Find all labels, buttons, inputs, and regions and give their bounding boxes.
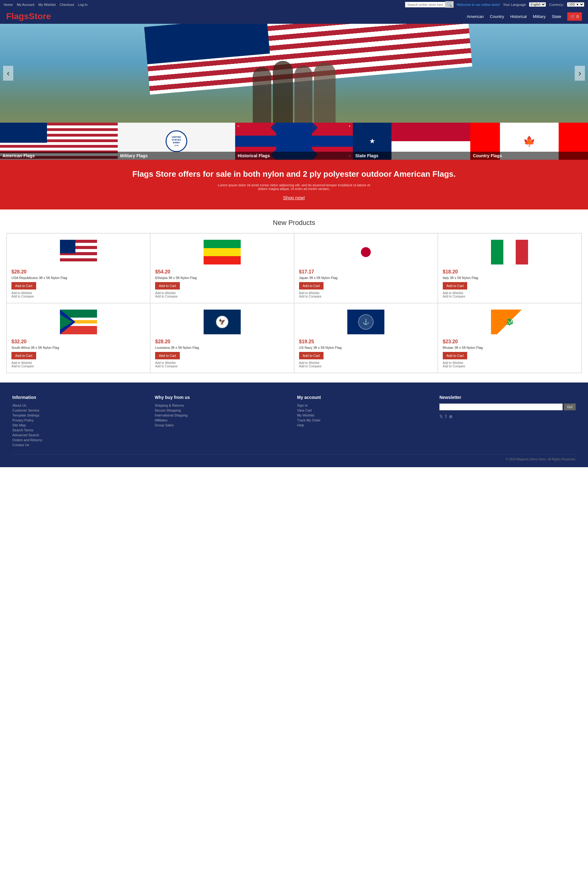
hero-next-button[interactable]: › <box>575 66 585 81</box>
welcome-text: Welcome to our online store! <box>457 3 500 6</box>
product-links-1: Add to Wishlist Add to Compare <box>155 291 289 298</box>
footer-link-group-sales[interactable]: Group Sales <box>155 423 291 427</box>
footer-link-search-terms[interactable]: Search Terms <box>12 428 149 432</box>
add-to-compare-3[interactable]: Add to Compare <box>443 295 576 298</box>
language-select[interactable]: English <box>529 2 546 7</box>
product-links-6: Add to Wishlist Add to Compare <box>299 361 433 368</box>
nav-american[interactable]: American <box>467 14 484 19</box>
add-to-wishlist-3[interactable]: Add to Wishlist <box>443 291 576 295</box>
add-to-cart-5[interactable]: Add to Cart <box>155 352 180 359</box>
newsletter-submit-button[interactable]: Go! <box>564 404 576 410</box>
nav-state[interactable]: State <box>552 14 561 19</box>
footer: Information About Us Customer Service Te… <box>0 383 588 467</box>
add-to-compare-5[interactable]: Add to Compare <box>155 365 289 368</box>
search-input[interactable] <box>405 2 445 7</box>
nav-home[interactable]: Home <box>4 3 13 6</box>
footer-link-affiliates[interactable]: Affiliates <box>155 418 291 422</box>
add-to-cart-1[interactable]: Add to Cart <box>155 282 180 289</box>
footer-link-trackorder[interactable]: Track My Order <box>297 418 434 422</box>
product-links-7: Add to Wishlist Add to Compare <box>443 361 576 368</box>
new-products-section: New Products $28.20 USA Republicans 3ft … <box>0 210 588 383</box>
footer-link-signin[interactable]: Sign In <box>297 404 434 407</box>
logo-flags: Flags <box>6 12 29 21</box>
nav-country[interactable]: Country <box>490 14 504 19</box>
cat-historical-flags[interactable]: ✦ ✦ ✦ ✦ Historical Flags <box>235 123 353 160</box>
nav-login[interactable]: Log In <box>78 3 88 6</box>
add-to-compare-4[interactable]: Add to Compare <box>12 365 145 368</box>
add-to-cart-3[interactable]: Add to Cart <box>443 282 467 289</box>
product-price-0: $28.20 <box>12 269 145 275</box>
products-grid: $28.20 USA Republicans 3ft x 5ft Nylon F… <box>6 233 582 373</box>
top-bar: Home My Account My Wishlist Checkout Log… <box>0 0 588 9</box>
add-to-compare-2[interactable]: Add to Compare <box>299 295 433 298</box>
currency-select[interactable]: USD ▼ <box>567 2 584 7</box>
cat-military-flags[interactable]: UNITEDSTATESARMY1775 Military Flags <box>118 123 235 160</box>
promo-cta[interactable]: Shop now! <box>283 195 305 200</box>
product-card-7: 🐉 $23.20 Bhutan 3ft x 5ft Nylon Flag Add… <box>438 303 582 373</box>
product-price-7: $23.20 <box>443 339 576 344</box>
nav-military[interactable]: Military <box>533 14 546 19</box>
footer-link-advanced-search[interactable]: Advanced Search <box>12 433 149 437</box>
product-name-3: Italy 3ft x 5ft Nylon Flag <box>443 276 576 280</box>
copyright-text: © 2014 Magento Demo Store. All Rights Re… <box>506 458 576 461</box>
cat-state-flags[interactable]: ★ State Flags <box>353 123 471 160</box>
add-to-cart-7[interactable]: Add to Cart <box>443 352 467 359</box>
hero-prev-button[interactable]: ‹ <box>3 66 13 81</box>
footer-link-customer-service[interactable]: Customer Service <box>12 409 149 412</box>
product-flag-ethiopia <box>155 238 289 266</box>
nav-account[interactable]: My Account <box>17 3 34 6</box>
add-to-cart-2[interactable]: Add to Cart <box>299 282 324 289</box>
nav-historical[interactable]: Historical <box>510 14 527 19</box>
logo-store: Store <box>29 12 51 21</box>
add-to-wishlist-7[interactable]: Add to Wishlist <box>443 361 576 365</box>
newsletter-email-input[interactable] <box>439 404 563 410</box>
footer-link-viewcart[interactable]: View Cart <box>297 409 434 412</box>
add-to-cart-0[interactable]: Add to Cart <box>12 282 36 289</box>
header: FlagsStore American Country Historical M… <box>0 9 588 24</box>
footer-bottom: © 2014 Magento Demo Store. All Rights Re… <box>12 454 576 461</box>
add-to-wishlist-4[interactable]: Add to Wishlist <box>12 361 145 365</box>
cart-button[interactable]: 🛒 0 <box>567 12 582 21</box>
add-to-cart-6[interactable]: Add to Cart <box>299 352 324 359</box>
add-to-compare-7[interactable]: Add to Compare <box>443 365 576 368</box>
add-to-compare-1[interactable]: Add to Compare <box>155 295 289 298</box>
product-card-4: $32.20 South Africa 3ft x 5ft Nylon Flag… <box>6 303 150 373</box>
nav-wishlist[interactable]: My Wishlist <box>38 3 55 6</box>
footer-link-orders[interactable]: Orders and Returns <box>12 438 149 442</box>
footer-link-about[interactable]: About Us <box>12 404 149 407</box>
add-to-wishlist-0[interactable]: Add to Wishlist <box>12 291 145 295</box>
footer-link-help[interactable]: Help <box>297 423 434 427</box>
footer-link-template-settings[interactable]: Template Settings <box>12 413 149 417</box>
logo[interactable]: FlagsStore <box>6 12 51 21</box>
footer-link-secure[interactable]: Secure Shopping <box>155 409 291 412</box>
add-to-wishlist-1[interactable]: Add to Wishlist <box>155 291 289 295</box>
twitter-icon[interactable]: 𝕏 <box>439 414 443 419</box>
footer-link-shipping[interactable]: Shipping & Returns <box>155 404 291 407</box>
add-to-cart-4[interactable]: Add to Cart <box>12 352 36 359</box>
product-card-2: $17.17 Japan 3ft x 5ft Nylon Flag Add to… <box>294 233 438 303</box>
add-to-compare-6[interactable]: Add to Compare <box>299 365 433 368</box>
footer-link-privacy[interactable]: Privacy Policy <box>12 418 149 422</box>
top-bar-right: 🔍 Welcome to our online store! Your Lang… <box>405 1 584 8</box>
footer-link-contact[interactable]: Contact Us <box>12 443 149 447</box>
footer-heading-account: My account <box>297 395 434 400</box>
footer-link-sitemap[interactable]: Site Map <box>12 423 149 427</box>
add-to-compare-0[interactable]: Add to Compare <box>12 295 145 298</box>
footer-col-whybuy: Why buy from us Shipping & Returns Secur… <box>155 395 291 448</box>
add-to-wishlist-6[interactable]: Add to Wishlist <box>299 361 433 365</box>
rss-icon[interactable]: ⊛ <box>449 414 453 419</box>
facebook-icon[interactable]: f <box>445 414 446 419</box>
footer-link-mywishlist[interactable]: My Wishlist <box>297 413 434 417</box>
add-to-wishlist-5[interactable]: Add to Wishlist <box>155 361 289 365</box>
add-to-wishlist-2[interactable]: Add to Wishlist <box>299 291 433 295</box>
cat-country-flags[interactable]: 🍁 Country Flags <box>470 123 588 160</box>
search-button[interactable]: 🔍 <box>445 1 453 8</box>
product-name-6: US Navy 3ft x 5ft Nylon Flag <box>299 346 433 349</box>
nav-checkout[interactable]: Checkout <box>60 3 74 6</box>
cat-american-flags[interactable]: American Flags <box>0 123 118 160</box>
footer-link-international[interactable]: International Shipping <box>155 413 291 417</box>
currency-label: Currency: <box>549 3 564 6</box>
product-price-1: $54.20 <box>155 269 289 275</box>
categories-row: American Flags UNITEDSTATESARMY1775 Mili… <box>0 123 588 160</box>
product-price-5: $28.20 <box>155 339 289 344</box>
